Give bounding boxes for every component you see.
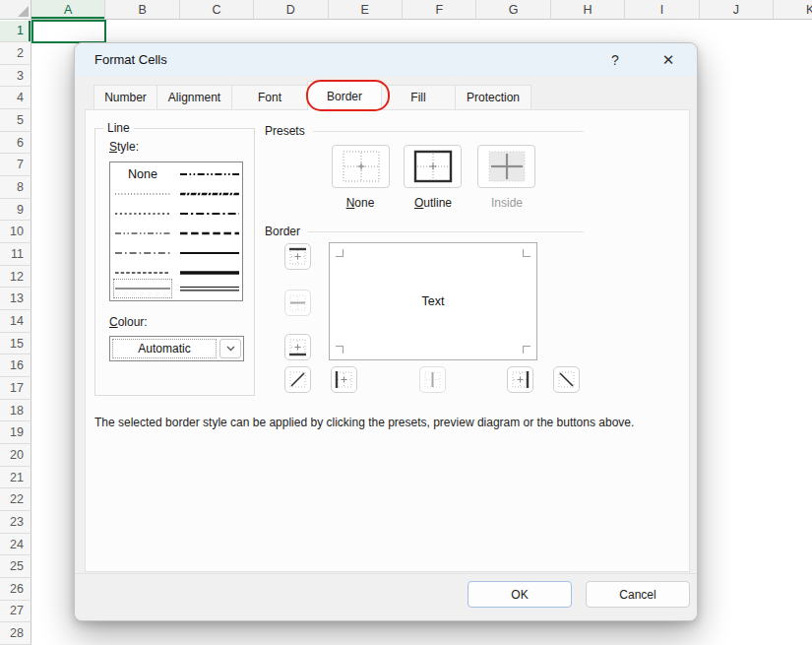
left-border-button[interactable] (331, 366, 357, 393)
line-style-option-slant-dash-dot[interactable] (179, 184, 240, 204)
thin-dash-dot-dot-line (115, 230, 170, 236)
row-header-4[interactable]: 4 (0, 87, 31, 109)
selected-cell-a1[interactable] (31, 20, 106, 43)
tab-fill[interactable]: Fill (381, 85, 456, 110)
diagonal-up-border-icon (288, 370, 307, 389)
border-preview-diagram[interactable]: Text (329, 242, 537, 360)
line-style-option-thin-dash-dot-dot[interactable] (113, 224, 172, 243)
column-header-B[interactable]: B (105, 0, 179, 20)
row-header-9[interactable]: 9 (0, 199, 31, 222)
preset-outline-label: Outline (404, 196, 463, 210)
excel-window: ABCDEFGHIJK 1234567891011121314151617181… (0, 0, 812, 645)
preset-none-icon (342, 150, 381, 183)
line-style-option-thin-dash-dot[interactable] (113, 243, 172, 263)
row-header-2[interactable]: 2 (0, 42, 31, 65)
diagonal-up-border-button[interactable] (284, 366, 311, 393)
thin-solid-line (115, 286, 170, 291)
row-header-13[interactable]: 13 (0, 288, 31, 310)
preset-inside-label: Inside (477, 196, 536, 210)
row-header-12[interactable]: 12 (0, 266, 31, 289)
row-header-11[interactable]: 11 (0, 243, 31, 266)
preset-outline-button[interactable] (404, 145, 462, 188)
presets-group-rule (313, 131, 584, 132)
column-header-C[interactable]: C (180, 0, 254, 20)
row-header-18[interactable]: 18 (0, 400, 31, 422)
preview-text: Text (422, 294, 445, 308)
row-header-16[interactable]: 16 (0, 355, 31, 377)
line-style-option-thin-solid-selected[interactable] (113, 279, 172, 298)
column-header-K[interactable]: K (774, 0, 812, 20)
column-header-J[interactable]: J (700, 0, 774, 20)
line-style-option-dotted[interactable] (113, 204, 172, 224)
right-border-icon (511, 370, 530, 389)
select-all-triangle-icon (18, 6, 29, 17)
row-header-1[interactable]: 1 (0, 21, 31, 43)
line-style-option-medium-dashed[interactable] (179, 224, 240, 243)
row-header-6[interactable]: 6 (0, 132, 31, 155)
line-style-option-hairline-dotted[interactable] (113, 184, 172, 204)
row-header-15[interactable]: 15 (0, 333, 31, 355)
row-header-22[interactable]: 22 (0, 488, 31, 511)
line-style-option-medium-dash-dot-dot[interactable] (179, 164, 240, 184)
column-header-F[interactable]: F (403, 0, 476, 20)
row-header-27[interactable]: 27 (0, 601, 31, 623)
double-line (180, 285, 239, 292)
row-header-3[interactable]: 3 (0, 65, 31, 88)
row-header-7[interactable]: 7 (0, 154, 31, 176)
row-header-17[interactable]: 17 (0, 377, 31, 400)
diagonal-down-border-button[interactable] (553, 366, 580, 393)
top-border-button[interactable] (284, 243, 311, 270)
row-header-23[interactable]: 23 (0, 511, 31, 534)
row-header-19[interactable]: 19 (0, 421, 31, 444)
thin-dash-dot-line (115, 250, 170, 256)
right-border-button[interactable] (507, 366, 533, 393)
tab-font[interactable]: Font (231, 85, 308, 110)
bottom-border-button[interactable] (284, 334, 311, 360)
column-header-E[interactable]: E (329, 0, 403, 20)
thick-solid-line (180, 269, 239, 277)
row-header-10[interactable]: 10 (0, 221, 31, 243)
row-header-8[interactable]: 8 (0, 176, 31, 199)
row-header-21[interactable]: 21 (0, 467, 31, 489)
row-header-25[interactable]: 25 (0, 555, 31, 578)
preset-inside-icon (487, 150, 527, 183)
tab-number[interactable]: Number (94, 85, 157, 110)
close-icon[interactable]: ✕ (654, 47, 683, 73)
cancel-button[interactable]: Cancel (586, 581, 690, 608)
dotted-line (115, 211, 170, 217)
preset-inside-button-disabled (477, 145, 535, 188)
row-header-14[interactable]: 14 (0, 310, 31, 333)
tab-protection[interactable]: Protection (455, 85, 531, 110)
thin-dashed-line (115, 270, 170, 276)
ok-button[interactable]: OK (468, 581, 572, 608)
row-header-28[interactable]: 28 (0, 622, 31, 645)
dialog-tabs: Number Alignment Font Border Fill Protec… (94, 84, 531, 110)
presets-group-label: Presets (265, 124, 305, 138)
select-all-corner[interactable] (0, 0, 31, 20)
line-style-listbox[interactable]: None (109, 161, 243, 301)
chevron-down-icon[interactable] (219, 339, 241, 358)
preview-corner-mark (523, 249, 531, 257)
line-style-option-none[interactable]: None (113, 164, 172, 184)
row-header-5[interactable]: 5 (0, 109, 31, 132)
row-header-24[interactable]: 24 (0, 534, 31, 556)
help-button[interactable]: ? (600, 47, 630, 73)
preset-none-button[interactable] (332, 145, 390, 188)
line-style-option-medium-dash-dot[interactable] (179, 204, 240, 224)
preset-none-label: None (331, 196, 390, 210)
row-header-20[interactable]: 20 (0, 444, 31, 467)
column-header-D[interactable]: D (254, 0, 328, 20)
tab-alignment[interactable]: Alignment (156, 85, 232, 110)
column-header-H[interactable]: H (551, 0, 625, 20)
style-label: Style: (109, 140, 139, 154)
tab-border[interactable]: Border (307, 81, 382, 110)
column-header-I[interactable]: I (625, 0, 699, 20)
column-header-A[interactable]: A (31, 0, 105, 20)
hairline-dotted-line (115, 191, 170, 197)
colour-dropdown[interactable]: Automatic (109, 336, 244, 361)
row-header-26[interactable]: 26 (0, 578, 31, 601)
column-header-G[interactable]: G (476, 0, 550, 20)
medium-dashed-line (180, 230, 239, 236)
line-style-option-double[interactable] (179, 279, 240, 298)
line-style-option-medium-solid[interactable] (179, 243, 240, 263)
